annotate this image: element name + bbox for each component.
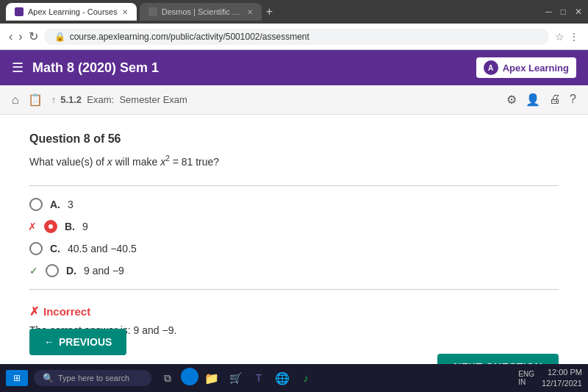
- close-tab2-icon[interactable]: ✕: [247, 8, 253, 16]
- option-b[interactable]: ✗ B. 9: [29, 220, 559, 233]
- sub-header: ⌂ 📋 ↑ 5.1.2 Exam: Semester Exam ⚙ 👤 🖨 ?: [0, 85, 588, 115]
- system-clock: 12:00 PM 12/17/2021: [542, 367, 582, 390]
- minimize-icon[interactable]: ─: [545, 7, 552, 17]
- task-view-icon[interactable]: ⧉: [157, 368, 178, 388]
- option-c[interactable]: C. 40.5 and −40.5: [29, 242, 559, 255]
- question-header: Question 8 of 56: [29, 132, 559, 146]
- explorer-icon[interactable]: 📁: [201, 368, 222, 388]
- x-icon: ✗: [29, 304, 39, 318]
- apex-logo-text: Apex Learning: [503, 63, 569, 74]
- option-a[interactable]: A. 3: [29, 198, 559, 211]
- left-arrow-icon: ←: [44, 336, 54, 348]
- previous-button[interactable]: ← PREVIOUS: [29, 329, 126, 355]
- lang-indicator: ENGIN: [518, 370, 534, 386]
- taskbar: ⊞ 🔍 Type here to search ⧉ 📁 🛒 T 🌐 ♪ ENGI…: [0, 364, 588, 392]
- print-icon[interactable]: 🖨: [549, 93, 561, 107]
- star-icon[interactable]: ☆: [555, 31, 564, 43]
- search-icon: 🔍: [43, 373, 54, 383]
- menu-icon[interactable]: ⋮: [569, 31, 579, 43]
- start-button[interactable]: ⊞: [6, 370, 28, 386]
- apex-logo: A Apex Learning: [476, 57, 576, 78]
- chrome-icon[interactable]: 🌐: [272, 368, 293, 388]
- spotify-icon[interactable]: ♪: [295, 368, 316, 388]
- breadcrumb: 5.1.2 Exam: Semester Exam: [60, 94, 506, 105]
- store-icon[interactable]: 🛒: [225, 368, 245, 388]
- radio-d[interactable]: [46, 264, 59, 277]
- app-title: Math 8 (2020) Sem 1: [32, 60, 476, 76]
- browser-chrome: Apex Learning - Courses ✕ Desmos | Scien…: [0, 0, 588, 24]
- correct-mark-d: ✓: [29, 265, 38, 277]
- divider-bottom: [29, 289, 559, 290]
- bottom-nav: ← PREVIOUS: [0, 320, 156, 364]
- apex-icon: A: [484, 60, 498, 75]
- taskbar-right: ENGIN 12:00 PM 12/17/2021: [518, 367, 582, 390]
- help-icon[interactable]: ?: [570, 93, 576, 107]
- home-icon[interactable]: ⌂: [12, 93, 19, 107]
- option-d[interactable]: ✓ D. 9 and −9: [29, 264, 559, 277]
- incorrect-label: ✗ Incorrect: [29, 304, 559, 318]
- menu-button[interactable]: ☰: [12, 60, 24, 76]
- window-controls: ─ □ ✕: [545, 7, 582, 17]
- url-input[interactable]: 🔒 course.apexlearning.com/public/activit…: [44, 29, 549, 45]
- close-tab1-icon[interactable]: ✕: [122, 8, 128, 16]
- new-tab-button[interactable]: +: [266, 5, 273, 18]
- app-header: ☰ Math 8 (2020) Sem 1 A Apex Learning: [0, 50, 588, 85]
- wrong-mark-b: ✗: [28, 221, 37, 232]
- maximize-icon[interactable]: □: [561, 7, 566, 17]
- divider-top: [29, 185, 559, 186]
- profile-icon[interactable]: 👤: [526, 93, 540, 107]
- sub-header-icons: ⚙ 👤 🖨 ?: [506, 93, 576, 107]
- taskbar-search[interactable]: 🔍 Type here to search: [34, 370, 151, 386]
- options-list: A. 3 ✗ B. 9 C. 40.5 and −40.5 ✓ D. 9 and…: [29, 198, 559, 277]
- close-window-icon[interactable]: ✕: [575, 7, 582, 17]
- radio-a[interactable]: [29, 198, 43, 211]
- book-icon[interactable]: 📋: [28, 93, 43, 107]
- question-text: What value(s) of x will make x2 = 81 tru…: [29, 154, 559, 168]
- reload-button[interactable]: ↻: [29, 29, 38, 43]
- back-button[interactable]: ‹: [9, 30, 12, 43]
- radio-b[interactable]: [44, 220, 57, 233]
- tab-desmos[interactable]: Desmos | Scientific Calculator ✕: [140, 3, 262, 21]
- edge-icon[interactable]: [181, 368, 198, 385]
- forward-button[interactable]: ›: [18, 30, 22, 43]
- radio-c[interactable]: [29, 242, 43, 255]
- taskbar-icons: ⧉ 📁 🛒 T 🌐 ♪: [157, 368, 316, 388]
- address-bar: ‹ › ↻ 🔒 course.apexlearning.com/public/a…: [0, 24, 588, 50]
- translate-icon[interactable]: ⚙: [506, 93, 517, 107]
- teams-icon[interactable]: T: [248, 368, 269, 388]
- extension-icons: ☆ ⋮: [555, 31, 579, 43]
- tab-apex[interactable]: Apex Learning - Courses ✕: [6, 3, 137, 21]
